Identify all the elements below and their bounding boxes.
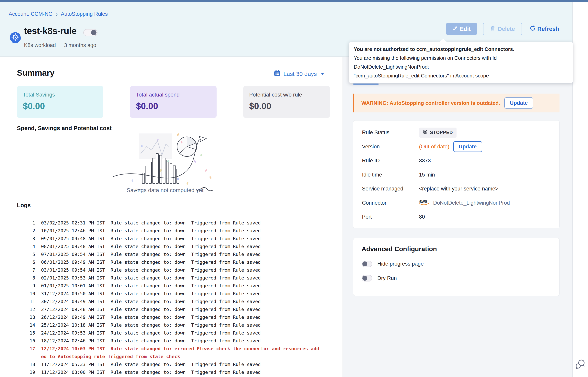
main-content: Summary Last 30 days Total Savings $0.00… bbox=[0, 57, 343, 377]
log-line-number: 17 bbox=[21, 345, 35, 361]
service-managed-row: Service managed <replace with your servi… bbox=[362, 182, 551, 196]
log-line-text: 10/01/2025 12:46 PM IST Rule state chang… bbox=[41, 227, 319, 235]
log-line-number: 5 bbox=[21, 250, 35, 258]
rule-details-card: Rule Status STOPPED Version (Out-of-date… bbox=[353, 120, 560, 228]
details-pane: Details WARNING: AutoStopping controller… bbox=[343, 57, 573, 377]
log-line-number: 11 bbox=[21, 298, 35, 306]
log-line-number: 12 bbox=[21, 306, 35, 313]
log-line-number: 7 bbox=[21, 266, 35, 274]
log-line-number: 6 bbox=[21, 258, 35, 266]
log-line-number: 13 bbox=[21, 313, 35, 321]
log-line-text: 27/12/2024 09:48 AM IST Rule state chang… bbox=[41, 306, 319, 313]
warning-text: WARNING: AutoStopping controller version… bbox=[361, 100, 500, 106]
logs-panel[interactable]: 1 03/02/2025 02:31 PM IST Rule state cha… bbox=[17, 216, 326, 377]
advanced-configuration-card: Advanced Configuration Hide progress pag… bbox=[353, 238, 560, 296]
tab-active-underline bbox=[353, 83, 379, 84]
delete-button[interactable]: Delete bbox=[483, 23, 522, 35]
log-line-number: 18 bbox=[21, 361, 35, 368]
detail-label: Connector bbox=[362, 200, 419, 206]
logs-heading: Logs bbox=[17, 202, 31, 209]
log-line-text: 03/02/2025 02:31 PM IST Rule state chang… bbox=[41, 219, 319, 227]
log-row: 11 30/12/2024 09:49 AM IST Rule state ch… bbox=[17, 298, 326, 306]
breadcrumb: Account: CCM-NG › AutoStopping Rules bbox=[9, 11, 108, 17]
rule-subtitle: K8s workload 3 months ago bbox=[24, 42, 96, 48]
tooltip-line-2: You are missing the following permission… bbox=[354, 54, 568, 71]
log-line-text: 24/12/2024 09:53 AM IST Rule state chang… bbox=[41, 329, 319, 337]
subtitle-divider bbox=[60, 42, 60, 48]
log-line-text: 01/01/2025 10:01 AM IST Rule state chang… bbox=[41, 282, 319, 290]
rule-enabled-toggle[interactable] bbox=[83, 29, 97, 36]
rule-status-row: Rule Status STOPPED bbox=[362, 126, 551, 140]
breadcrumb-account-link[interactable]: Account: CCM-NG bbox=[9, 11, 53, 17]
connector-name[interactable]: DoNotDelete_LightwingNonProd bbox=[433, 200, 510, 206]
dry-run-toggle[interactable] bbox=[362, 275, 372, 282]
log-line-number: 10 bbox=[21, 290, 35, 298]
log-line-text: 26/12/2024 09:49 AM IST Rule state chang… bbox=[41, 313, 319, 321]
trash-icon bbox=[490, 25, 496, 33]
rule-age: 3 months ago bbox=[64, 42, 96, 48]
controller-outdated-warning: WARNING: AutoStopping controller version… bbox=[353, 94, 560, 112]
card-value: $0.00 bbox=[249, 101, 324, 111]
detail-label: Rule Status bbox=[362, 130, 419, 136]
breadcrumb-separator: › bbox=[56, 12, 58, 17]
refresh-button[interactable]: Refresh bbox=[528, 25, 561, 33]
edit-button[interactable]: Edit bbox=[446, 23, 477, 35]
top-accent-bar bbox=[0, 0, 588, 2]
toggle-label: Hide progress page bbox=[377, 261, 424, 267]
chat-help-icon[interactable] bbox=[576, 359, 585, 369]
log-row: 2 10/01/2025 12:46 PM IST Rule state cha… bbox=[17, 227, 326, 235]
log-line-text: 06/01/2025 09:49 AM IST Rule state chang… bbox=[41, 258, 319, 266]
card-value: $0.00 bbox=[23, 101, 97, 111]
log-line-text: 31/12/2024 09:50 AM IST Rule state chang… bbox=[41, 290, 319, 298]
log-row: 4 08/01/2025 09:48 AM IST Rule state cha… bbox=[17, 243, 326, 250]
chevron-down-icon bbox=[321, 73, 324, 75]
detail-label: Version bbox=[362, 144, 419, 150]
log-line-text: 30/12/2024 09:49 AM IST Rule state chang… bbox=[41, 298, 319, 306]
log-line-text: 12/12/2024 10:03 PM IST Rule state chang… bbox=[41, 345, 319, 361]
log-row: 3 09/01/2025 09:48 AM IST Rule state cha… bbox=[17, 235, 326, 243]
warning-update-button[interactable]: Update bbox=[505, 97, 533, 108]
summary-cards: Total Savings $0.00 Total actual spend $… bbox=[17, 86, 330, 118]
calendar-icon bbox=[274, 70, 281, 78]
log-row: 15 24/12/2024 09:53 AM IST Rule state ch… bbox=[17, 329, 326, 337]
detail-label: Rule ID bbox=[362, 158, 419, 164]
idle-time-row: Idle time 15 min bbox=[362, 168, 551, 182]
version-update-button[interactable]: Update bbox=[453, 141, 482, 152]
service-managed-value: <replace with your service name> bbox=[419, 186, 498, 192]
log-line-text: 07/01/2025 09:54 AM IST Rule state chang… bbox=[41, 250, 319, 258]
version-status: (Out-of-date) bbox=[419, 144, 450, 150]
svg-text:aws: aws bbox=[419, 199, 427, 204]
log-row: 19 11/12/2024 03:00 PM IST Rule state ch… bbox=[17, 368, 326, 376]
empty-chart-message: Savings data not computed yet bbox=[98, 187, 232, 193]
log-line-number: 19 bbox=[21, 368, 35, 376]
log-line-number: 4 bbox=[21, 243, 35, 250]
detail-label: Port bbox=[362, 214, 419, 220]
log-row: 6 06/01/2025 09:49 AM IST Rule state cha… bbox=[17, 258, 326, 266]
status-badge: STOPPED bbox=[419, 128, 457, 138]
log-row: 13 26/12/2024 09:49 AM IST Rule state ch… bbox=[17, 313, 326, 321]
log-row: 14 25/12/2024 10:18 AM IST Rule state ch… bbox=[17, 321, 326, 329]
log-line-text: 25/12/2024 10:18 AM IST Rule state chang… bbox=[41, 321, 319, 329]
version-row: Version (Out-of-date) Update bbox=[362, 140, 551, 154]
rule-type: K8s workload bbox=[24, 42, 56, 48]
pencil-icon bbox=[452, 26, 458, 32]
log-line-text: 11/12/2024 05:33 PM IST Rule state chang… bbox=[41, 361, 319, 368]
log-row: 9 01/01/2025 10:01 AM IST Rule state cha… bbox=[17, 282, 326, 290]
hide-progress-toggle[interactable] bbox=[362, 261, 372, 267]
card-label: Potential cost w/o rule bbox=[249, 92, 324, 98]
log-row: 7 03/01/2025 09:54 AM IST Rule state cha… bbox=[17, 266, 326, 274]
total-actual-spend-card: Total actual spend $0.00 bbox=[130, 86, 217, 118]
total-savings-card: Total Savings $0.00 bbox=[17, 86, 103, 118]
advanced-configuration-heading: Advanced Configuration bbox=[362, 245, 551, 253]
date-range-selector[interactable]: Last 30 days bbox=[274, 70, 324, 78]
refresh-icon bbox=[530, 25, 536, 33]
log-row: 12 27/12/2024 09:48 AM IST Rule state ch… bbox=[17, 306, 326, 313]
card-value: $0.00 bbox=[136, 101, 211, 111]
log-row: 16 18/12/2024 02:46 PM IST Rule state ch… bbox=[17, 337, 326, 345]
rule-id-value: 3373 bbox=[419, 158, 431, 164]
hide-progress-toggle-row: Hide progress page bbox=[362, 261, 551, 267]
log-line-number: 9 bbox=[21, 282, 35, 290]
breadcrumb-autostopping-link[interactable]: AutoStopping Rules bbox=[61, 11, 108, 17]
log-line-number: 15 bbox=[21, 329, 35, 337]
port-row: Port 80 bbox=[362, 210, 551, 224]
